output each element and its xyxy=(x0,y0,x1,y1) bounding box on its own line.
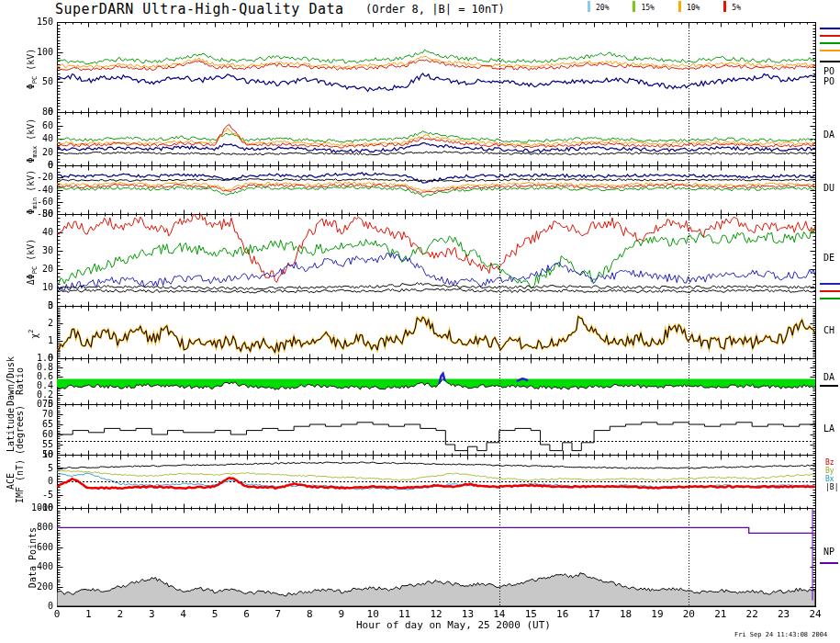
y-axis-label: ACEIMF (nT) xyxy=(6,408,25,555)
x-tick-label: 0 xyxy=(43,609,71,619)
x-tick-label: 24 xyxy=(801,609,829,619)
x-tick-label: 14 xyxy=(486,609,513,619)
x-tick-label: 5 xyxy=(201,609,229,619)
x-tick-label: 22 xyxy=(738,609,766,619)
x-tick-label: 23 xyxy=(770,609,798,619)
panel4-legend-dash xyxy=(820,283,840,285)
y-axis-label: Data Points xyxy=(28,484,38,631)
panel1-legend-dash xyxy=(820,28,840,29)
x-tick-label: 10 xyxy=(359,609,386,619)
right-label-np: NP xyxy=(823,547,834,557)
x-tick-label: 17 xyxy=(580,609,608,619)
x-tick-label: 11 xyxy=(391,609,419,619)
right-label-latitude: LA xyxy=(823,424,834,434)
right-label-dusk-min: DU xyxy=(823,184,834,193)
panel4-legend-dash xyxy=(820,290,840,292)
x-tick-label: 1 xyxy=(74,609,102,619)
panel4-legend-dash xyxy=(820,298,840,299)
x-tick-label: 15 xyxy=(517,609,544,619)
x-tick-label: 16 xyxy=(549,609,577,619)
dawn-dusk-legend-dash xyxy=(820,385,838,387)
x-tick-label: 19 xyxy=(644,609,671,619)
x-tick-label: 18 xyxy=(612,609,640,619)
x-tick-label: 12 xyxy=(422,609,450,619)
superdarn-figure: SuperDARN Ultra-High-Quality Data (Order… xyxy=(0,0,840,643)
right-label-bx: Bx xyxy=(825,475,834,483)
right-label-delta: DE xyxy=(823,254,834,263)
np-legend-dash xyxy=(820,562,838,564)
right-label-dawn-dusk: DA xyxy=(823,373,834,382)
x-axis-title: Hour of day on May, 25 2000 (UT) xyxy=(356,619,551,631)
x-tick-label: 2 xyxy=(106,609,134,619)
panel1-legend-dash xyxy=(820,61,840,62)
panel1-legend-dash xyxy=(820,50,840,51)
x-tick-label: 21 xyxy=(707,609,734,619)
panel1-legend-dash xyxy=(820,42,840,44)
x-tick-label: 6 xyxy=(233,609,261,619)
right-label-by: By xyxy=(825,467,834,475)
right-label-babs: |B| xyxy=(825,483,838,491)
timestamp: Fri Sep 24 11:43:08 2004 xyxy=(734,631,827,638)
x-tick-label: 13 xyxy=(454,609,481,619)
right-label-bz: Bz xyxy=(825,458,834,467)
x-tick-label: 7 xyxy=(264,609,292,619)
x-tick-label: 20 xyxy=(675,609,702,619)
right-label-po-1: PO xyxy=(823,67,834,76)
x-tick-label: 9 xyxy=(328,609,355,619)
x-tick-label: 4 xyxy=(170,609,197,619)
x-tick-label: 3 xyxy=(138,609,165,619)
right-label-dawn-max: DA xyxy=(823,130,834,140)
right-label-po-2: PO xyxy=(823,77,834,86)
plot-canvas xyxy=(0,0,840,643)
right-label-chi: CH xyxy=(823,326,834,335)
panel1-legend-dash xyxy=(820,35,840,37)
x-tick-label: 8 xyxy=(296,609,323,619)
